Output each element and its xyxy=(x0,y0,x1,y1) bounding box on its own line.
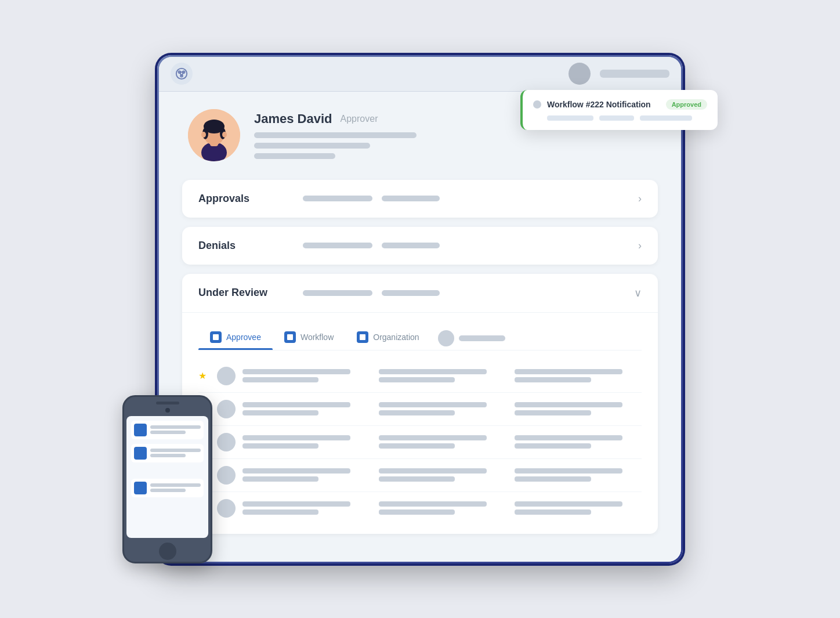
mobile-item-icon xyxy=(134,482,147,494)
mobile-home-button[interactable] xyxy=(159,543,176,560)
denials-card: Denials › xyxy=(182,227,658,265)
table-row[interactable]: ★ xyxy=(198,360,642,393)
row-line-bot-2 xyxy=(379,509,455,515)
table-row[interactable]: ☆ xyxy=(198,459,642,492)
approvals-title: Approvals xyxy=(198,193,291,205)
denials-meta-1 xyxy=(303,243,372,248)
mobile-list-item xyxy=(131,479,204,497)
tab-organization[interactable]: Organization xyxy=(345,327,430,350)
row-line-top-2 xyxy=(379,468,487,474)
row-avatar xyxy=(217,367,236,385)
denials-card-header[interactable]: Denials › xyxy=(182,227,658,265)
app-logo-icon xyxy=(171,63,193,85)
row-line-top-2 xyxy=(379,501,487,507)
under-review-meta-2 xyxy=(382,290,440,296)
mobile-list-item xyxy=(131,444,204,462)
notif-line-1 xyxy=(547,115,593,121)
mobile-item-icon xyxy=(134,424,147,436)
notif-line-2 xyxy=(599,115,634,121)
row-cell-1 xyxy=(242,435,370,449)
row-cell-2 xyxy=(379,501,506,515)
mobile-line-b xyxy=(150,454,186,457)
row-line-top-3 xyxy=(515,402,622,407)
profile-line-3 xyxy=(254,153,335,159)
row-line-top-2 xyxy=(379,402,487,407)
profile-name: James David xyxy=(254,111,332,127)
approvals-meta-2 xyxy=(382,196,440,201)
row-cell-2 xyxy=(379,402,506,415)
svg-point-0 xyxy=(176,68,187,79)
notification-lines xyxy=(533,115,707,121)
profile-line-2 xyxy=(254,143,370,149)
mobile-list-item xyxy=(131,421,204,439)
row-cell-3 xyxy=(515,369,642,382)
table-row[interactable]: ☆ xyxy=(198,426,642,459)
row-line-top xyxy=(242,369,350,374)
row-line-bot xyxy=(242,443,318,449)
row-line-bot-3 xyxy=(515,509,591,515)
row-line-bot xyxy=(242,410,318,415)
row-line-top-3 xyxy=(515,468,622,474)
under-review-meta-1 xyxy=(303,290,372,296)
row-avatar xyxy=(217,433,236,451)
approvals-chevron: › xyxy=(638,193,642,205)
organization-tab-icon xyxy=(357,331,368,343)
under-review-title: Under Review xyxy=(198,287,291,299)
mobile-camera xyxy=(165,408,170,413)
denials-meta-2 xyxy=(382,243,440,248)
row-cell-1 xyxy=(242,402,370,415)
under-review-body: Approvee Workflow xyxy=(182,313,658,534)
row-line-bot-2 xyxy=(379,476,455,482)
browser-window: James David Approver xyxy=(157,55,683,563)
profile-line-1 xyxy=(254,132,417,138)
table-row[interactable]: ☆ xyxy=(198,492,642,525)
table-row[interactable]: ☆ xyxy=(198,393,642,426)
row-line-bot-2 xyxy=(379,410,455,415)
row-cell-1 xyxy=(242,468,370,482)
row-cell-2 xyxy=(379,369,506,382)
svg-rect-18 xyxy=(360,334,365,340)
tab-workflow[interactable]: Workflow xyxy=(273,327,345,350)
row-cell-2 xyxy=(379,468,506,482)
row-line-top-3 xyxy=(515,501,622,507)
row-cell-3 xyxy=(515,402,642,415)
row-line-bot-3 xyxy=(515,443,591,449)
tab-approvee[interactable]: Approvee xyxy=(198,327,273,350)
notification-badge: Approved xyxy=(666,99,707,110)
row-line-bot xyxy=(242,476,318,482)
denials-title: Denials xyxy=(198,240,291,252)
notification-popup: Workflow #222 Notification Approved xyxy=(520,90,718,130)
row-cells xyxy=(242,468,642,482)
svg-rect-16 xyxy=(213,334,219,340)
browser-chrome xyxy=(159,57,681,92)
under-review-card-header[interactable]: Under Review ∨ xyxy=(182,274,658,313)
mobile-line-t xyxy=(150,483,201,487)
row-cell-2 xyxy=(379,435,506,449)
under-review-card: Under Review ∨ xyxy=(182,274,658,534)
row-line-top-2 xyxy=(379,435,487,440)
user-name-bar xyxy=(600,70,669,78)
row-line-top xyxy=(242,468,350,474)
tab-extra-label xyxy=(459,335,505,341)
approvals-card-header[interactable]: Approvals › xyxy=(182,180,658,218)
row-cells xyxy=(242,501,642,515)
row-avatar xyxy=(217,466,236,485)
mobile-item-lines xyxy=(150,449,201,457)
workflow-tab-icon xyxy=(284,331,296,343)
profile-role: Approver xyxy=(341,114,378,124)
row-line-top-2 xyxy=(379,369,487,374)
table-rows: ★ xyxy=(198,360,642,525)
row-line-bot xyxy=(242,509,318,515)
svg-point-15 xyxy=(222,132,227,138)
mobile-item-lines xyxy=(150,483,201,492)
row-line-bot-3 xyxy=(515,410,591,415)
tab-extra-avatar xyxy=(438,330,454,346)
under-review-chevron: ∨ xyxy=(634,287,642,299)
tab-organization-label: Organization xyxy=(373,333,419,342)
approvals-card: Approvals › xyxy=(182,180,658,218)
mobile-line-b xyxy=(150,431,186,434)
mobile-item-icon xyxy=(134,447,147,460)
approvals-meta-1 xyxy=(303,196,372,201)
star-filled-icon[interactable]: ★ xyxy=(198,370,210,381)
row-line-top-3 xyxy=(515,435,622,440)
